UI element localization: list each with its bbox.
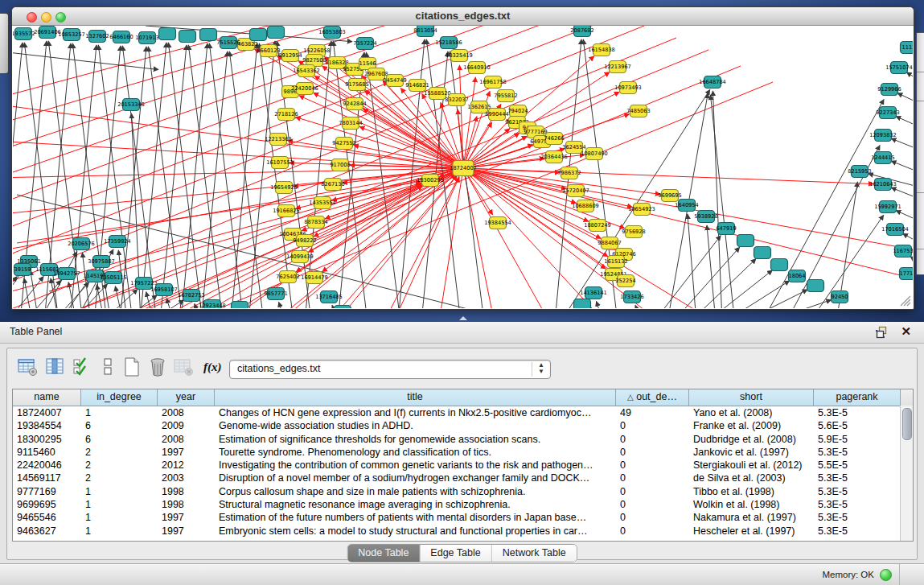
graph-node[interactable] — [754, 247, 771, 259]
graph-node[interactable]: 116753 — [893, 245, 913, 257]
graph-node[interactable]: 16782753 — [178, 290, 205, 302]
graph-node[interactable]: 9857771 — [264, 288, 287, 300]
graph-node[interactable]: 9427552 — [332, 138, 355, 150]
show-columns-icon[interactable] — [44, 356, 65, 377]
table-scrollbar[interactable] — [900, 406, 913, 541]
graph-node[interactable]: 17710 — [900, 268, 914, 280]
graph-node[interactable]: 1640954 — [675, 200, 698, 212]
graph-node[interactable]: 8660123 — [257, 45, 280, 57]
graph-node[interactable] — [807, 280, 824, 292]
graph-node[interactable]: 1935572 — [13, 28, 35, 40]
splitter-handle-icon[interactable] — [459, 316, 467, 320]
graph-node[interactable]: 1615132 — [604, 256, 627, 268]
select-columns-icon[interactable] — [72, 356, 92, 377]
column-header-short[interactable]: short — [689, 389, 814, 406]
tab-edge-table[interactable]: Edge Table — [420, 545, 491, 562]
graph-node[interactable] — [574, 299, 591, 309]
graph-node[interactable]: 8322037 — [445, 94, 468, 106]
graph-node[interactable]: 92450 — [832, 291, 848, 303]
row-height-icon[interactable] — [97, 356, 118, 377]
graph-node[interactable]: 1733426 — [620, 291, 643, 303]
network-canvas[interactable]: 1872400718300295193845547463822866012389… — [13, 26, 913, 308]
graph-node[interactable]: 6466160 — [109, 31, 133, 43]
graph-node[interactable]: 20691406 — [34, 27, 61, 39]
graph-node[interactable]: 13716485 — [315, 291, 343, 303]
graph-node[interactable]: 19166825 — [273, 205, 300, 217]
graph-node[interactable]: 8215953 — [848, 166, 871, 178]
graph-node[interactable]: 9242844 — [343, 98, 366, 110]
graph-node[interactable] — [771, 259, 788, 271]
table-row[interactable]: 977716911998Corpus callosum shape and si… — [13, 485, 913, 498]
graph-node[interactable]: 7986372 — [557, 167, 581, 179]
graph-node[interactable]: 8454749 — [383, 75, 406, 87]
graph-node[interactable]: 9699695 — [658, 190, 681, 202]
graph-node[interactable]: 7357224 — [353, 38, 376, 50]
graph-node[interactable]: 18724007 — [450, 161, 477, 176]
memory-status-indicator-icon[interactable] — [880, 569, 892, 581]
graph-node[interactable]: 15751074 — [885, 62, 913, 74]
graph-node[interactable]: 7955812 — [494, 90, 517, 102]
graph-node[interactable]: 9129966 — [877, 84, 901, 96]
graph-node[interactable]: 1327602 — [85, 31, 109, 43]
graph-node[interactable]: 16640910 — [463, 62, 491, 74]
function-builder-icon[interactable]: f(x) — [203, 360, 222, 374]
graph-node[interactable]: 8878334 — [304, 216, 327, 229]
graph-node[interactable]: 19384554 — [484, 217, 511, 229]
graph-node[interactable] — [250, 29, 267, 41]
column-header-name[interactable]: name — [13, 389, 81, 406]
window-resize-grip[interactable] — [898, 294, 911, 307]
graph-node[interactable] — [179, 31, 196, 43]
graph-node[interactable]: 19654923 — [628, 204, 655, 216]
graph-node[interactable]: 14136141 — [580, 287, 607, 299]
graph-node[interactable]: 9884067 — [598, 237, 621, 249]
graph-node[interactable]: 9175685 — [345, 79, 368, 91]
window-titlebar[interactable]: citations_edges.txt — [12, 7, 914, 26]
graph-node[interactable] — [159, 28, 176, 40]
graph-node[interactable]: 12093832 — [869, 130, 897, 142]
graph-node[interactable]: 14353554 — [309, 197, 336, 209]
graph-node[interactable]: 17016504 — [881, 224, 909, 236]
graph-node[interactable]: 7625402 — [276, 271, 299, 283]
graph-node[interactable]: 7803144 — [339, 117, 362, 130]
graph-node[interactable]: 30975887 — [88, 256, 115, 268]
graph-node[interactable]: 19654925 — [270, 182, 298, 194]
graph-node[interactable]: 13325419 — [446, 50, 473, 62]
destroy-table-icon[interactable] — [173, 356, 194, 377]
close-panel-icon[interactable]: ✕ — [901, 324, 911, 339]
graph-node[interactable]: 14099439 — [286, 251, 314, 263]
graph-node[interactable]: 917008 — [330, 159, 350, 171]
graph-node[interactable] — [268, 27, 285, 39]
graph-node[interactable]: 39159 — [14, 264, 31, 276]
graph-node[interactable]: 9498222 — [293, 235, 316, 247]
table-row[interactable]: 1938455462009Genome-wide association stu… — [13, 419, 913, 432]
graph-node[interactable]: 794024 — [507, 105, 528, 117]
graph-node[interactable]: 10853257 — [58, 29, 85, 41]
table-selector-dropdown[interactable]: citations_edges.txt ▲▼ — [229, 360, 551, 379]
graph-node[interactable]: 7515526 — [216, 37, 240, 49]
graph-node[interactable]: 16154838 — [588, 44, 615, 56]
tab-node-table[interactable]: Node Table — [347, 545, 420, 562]
table-row[interactable]: 2242004622012Investigating the contribut… — [13, 459, 913, 472]
graph-node[interactable]: 1244415 — [871, 152, 894, 164]
graph-node[interactable]: 8267130 — [321, 179, 344, 191]
graph-node[interactable]: 7485063 — [626, 105, 650, 117]
create-table-icon[interactable] — [121, 356, 142, 377]
table-row[interactable]: 1872400712008Changes of HCN gene express… — [13, 406, 913, 419]
delete-rows-icon[interactable] — [147, 356, 168, 377]
column-header-year[interactable]: year — [158, 389, 215, 406]
graph-node[interactable] — [737, 235, 754, 247]
graph-node[interactable]: 9756928 — [622, 226, 645, 238]
graph-node[interactable] — [200, 29, 217, 41]
table-row[interactable]: 911546021997Tourette syndrome. Phenomeno… — [13, 446, 913, 459]
graph-node[interactable]: 8813054 — [413, 26, 437, 37]
column-header-pagerank[interactable]: pagerank — [814, 389, 901, 406]
graph-node[interactable]: 647919 — [716, 223, 736, 235]
graph-node[interactable]: 12213363 — [265, 134, 292, 146]
table-row[interactable]: 946554611997Estimation of the future num… — [13, 511, 913, 524]
graph-node[interactable]: 2718126 — [274, 109, 298, 121]
graph-node[interactable]: 746266 — [544, 133, 564, 145]
column-header-in_degree[interactable]: in_degree — [81, 389, 158, 406]
table-row[interactable]: 969969511998Structural magnetic resonanc… — [13, 498, 913, 511]
graph-node[interactable]: 12213967 — [604, 61, 631, 73]
graph-node[interactable] — [232, 302, 248, 309]
